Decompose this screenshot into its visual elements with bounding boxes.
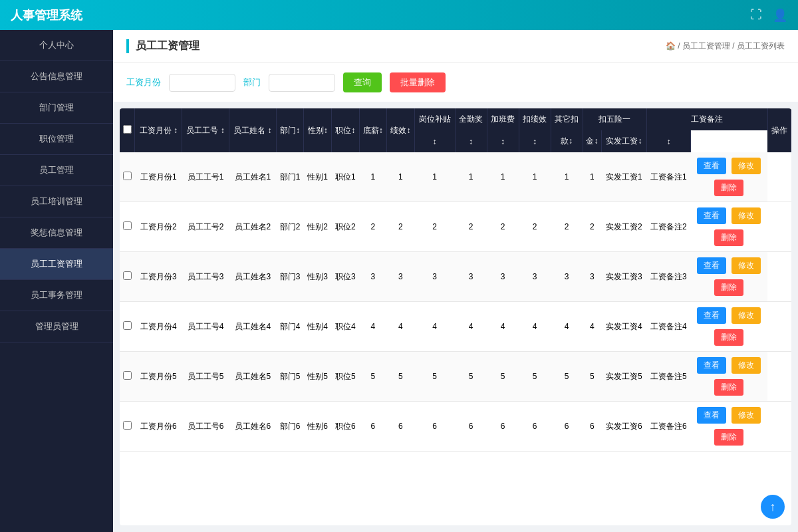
breadcrumb-salary-mgmt: 员工工资管理 (682, 41, 730, 51)
row-position-allowance: 5 (414, 352, 455, 402)
row-salary-month: 工资月份5 (135, 352, 182, 402)
row-checkbox[interactable] (120, 252, 135, 302)
th-salary-month: 工资月份 ↕ (135, 108, 182, 152)
row-notes: 工资备注3 (646, 252, 691, 302)
th-position-allowance: 岗位补贴 (414, 108, 455, 130)
breadcrumb-sep1: / (678, 41, 682, 51)
row-checkbox[interactable] (120, 302, 135, 352)
salary-table: 工资月份 ↕ 员工工号 ↕ 员工姓名 ↕ 部门↕ 性别↕ 职位↕ 底薪↕ 绩效↕… (120, 108, 791, 452)
select-all-checkbox[interactable] (123, 125, 132, 134)
th-position: 职位↕ (331, 108, 359, 152)
row-social-insurance: 1 (583, 152, 602, 202)
row-position-allowance: 3 (414, 252, 455, 302)
row-emp-no: 员工工号6 (182, 402, 229, 452)
table-row: 工资月份2 员工工号2 员工姓名2 部门2 性别2 职位2 2 2 2 2 2 … (120, 202, 791, 252)
table-container: 工资月份 ↕ 员工工号 ↕ 员工姓名 ↕ 部门↕ 性别↕ 职位↕ 底薪↕ 绩效↕… (120, 108, 791, 525)
th-fa-sort: ↕ (455, 130, 487, 152)
view-button[interactable]: 查看 (697, 158, 726, 174)
row-emp-name: 员工姓名5 (229, 352, 276, 402)
sidebar-item-training[interactable]: 员工培训管理 (0, 186, 113, 217)
main-layout: 个人中心 公告信息管理 部门管理 职位管理 员工管理 员工培训管理 奖惩信息管理… (0, 30, 798, 532)
row-notes: 工资备注6 (646, 402, 691, 452)
row-full-attendance: 1 (455, 152, 487, 202)
scroll-top-button[interactable]: ↑ (761, 495, 785, 519)
edit-button[interactable]: 修改 (732, 307, 761, 324)
sidebar-item-salary[interactable]: 员工工资管理 (0, 249, 113, 280)
delete-button[interactable]: 删除 (714, 329, 743, 346)
row-base-salary: 1 (359, 152, 387, 202)
row-select-checkbox[interactable] (123, 221, 132, 230)
row-select-checkbox[interactable] (123, 271, 132, 280)
sidebar-item-department[interactable]: 部门管理 (0, 92, 113, 124)
row-actual-salary: 实发工资5 (602, 352, 646, 402)
sidebar-item-employee[interactable]: 员工管理 (0, 155, 113, 186)
view-button[interactable]: 查看 (697, 407, 726, 424)
row-salary-month: 工资月份3 (135, 252, 182, 302)
edit-button[interactable]: 修改 (732, 357, 761, 374)
th-ot-sort: ↕ (487, 130, 519, 152)
th-checkbox[interactable] (120, 108, 135, 152)
th-emp-no: 员工工号 ↕ (182, 108, 229, 152)
edit-button[interactable]: 修改 (732, 407, 761, 424)
sidebar-item-position[interactable]: 职位管理 (0, 124, 113, 155)
row-actual-salary: 实发工资4 (602, 302, 646, 352)
row-select-checkbox[interactable] (123, 321, 132, 330)
row-full-attendance: 2 (455, 202, 487, 252)
app-title: 人事管理系统 (11, 7, 82, 23)
view-button[interactable]: 查看 (697, 257, 726, 274)
row-dept: 部门2 (276, 202, 304, 252)
row-select-checkbox[interactable] (123, 371, 132, 380)
sidebar-item-admin[interactable]: 管理员管理 (0, 311, 113, 342)
expand-icon[interactable]: ⛶ (750, 8, 762, 23)
sidebar-item-affairs[interactable]: 员工事务管理 (0, 280, 113, 311)
view-button[interactable]: 查看 (697, 357, 726, 374)
row-perf-deduct: 4 (519, 302, 551, 352)
view-button[interactable]: 查看 (697, 307, 726, 324)
th-notes-sort: ↕ (646, 130, 691, 152)
salary-month-input[interactable] (169, 74, 235, 92)
row-other-deduct: 4 (551, 302, 583, 352)
row-perf-deduct: 5 (519, 352, 551, 402)
row-perf-deduct: 3 (519, 252, 551, 302)
row-social-insurance: 3 (583, 252, 602, 302)
row-base-salary: 6 (359, 402, 387, 452)
row-full-attendance: 4 (455, 302, 487, 352)
row-performance: 2 (387, 202, 415, 252)
content-area: 员工工资管理 🏠 / 员工工资管理 / 员工工资列表 工资月份 部门 查询 批量… (113, 30, 798, 532)
row-dept: 部门5 (276, 352, 304, 402)
sidebar-item-notice[interactable]: 公告信息管理 (0, 61, 113, 92)
row-performance: 4 (387, 302, 415, 352)
row-select-checkbox[interactable] (123, 172, 132, 180)
sidebar-item-personal[interactable]: 个人中心 (0, 30, 113, 61)
row-position: 职位5 (331, 352, 359, 402)
department-input[interactable] (269, 74, 335, 92)
delete-button[interactable]: 删除 (714, 379, 743, 396)
row-checkbox[interactable] (120, 402, 135, 452)
delete-button[interactable]: 删除 (714, 229, 743, 246)
edit-button[interactable]: 修改 (732, 257, 761, 274)
row-actions: 查看 修改 删除 (691, 152, 767, 202)
row-emp-no: 员工工号3 (182, 252, 229, 302)
row-performance: 6 (387, 402, 415, 452)
row-dept: 部门6 (276, 402, 304, 452)
edit-button[interactable]: 修改 (732, 207, 761, 224)
th-social-insurance: 扣五险一 (583, 108, 646, 130)
delete-button[interactable]: 删除 (714, 429, 743, 446)
delete-button[interactable]: 删除 (714, 180, 743, 196)
row-checkbox[interactable] (120, 352, 135, 402)
view-button[interactable]: 查看 (697, 207, 726, 224)
edit-button[interactable]: 修改 (732, 158, 761, 174)
user-icon[interactable]: 👤 (773, 8, 787, 23)
row-position: 职位1 (331, 152, 359, 202)
row-checkbox[interactable] (120, 152, 135, 202)
th-actual-salary: 实发工资↕ (602, 130, 646, 152)
row-checkbox[interactable] (120, 202, 135, 252)
row-select-checkbox[interactable] (123, 421, 132, 430)
query-button[interactable]: 查询 (343, 72, 382, 92)
th-si-sort: 金↕ (583, 130, 602, 152)
row-dept: 部门3 (276, 252, 304, 302)
row-gender: 性别2 (304, 202, 332, 252)
delete-button[interactable]: 删除 (714, 279, 743, 296)
batch-delete-button[interactable]: 批量删除 (390, 72, 446, 92)
sidebar-item-reward[interactable]: 奖惩信息管理 (0, 217, 113, 249)
